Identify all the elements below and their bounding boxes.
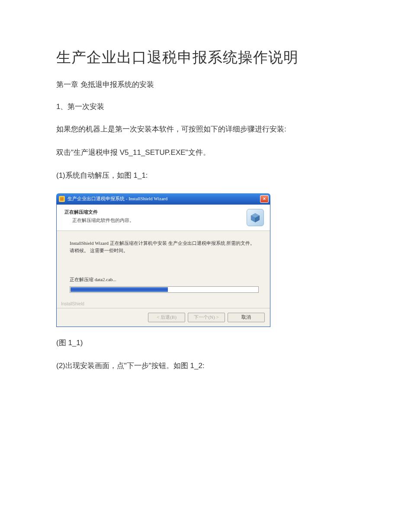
box-icon bbox=[247, 209, 264, 226]
header-subtitle: 正在解压缩此软件包的内容。 bbox=[72, 217, 242, 224]
paragraph-file: 双击"生产退税申报 V5_11_SETUP.EXE"文件。 bbox=[56, 147, 359, 158]
titlebar[interactable]: 生产企业出口退税申报系统 - InstallShield Wizard × bbox=[56, 193, 270, 205]
dialog-header: 正在解压缩文件 正在解压缩此软件包的内容。 bbox=[57, 205, 270, 231]
dialog-body: 正在解压缩文件 正在解压缩此软件包的内容。 InstallShield Wiza… bbox=[56, 205, 270, 327]
cancel-button[interactable]: 取消 bbox=[228, 313, 265, 322]
brand-label: InstallShield bbox=[57, 301, 270, 308]
figure-label: (图 1_1) bbox=[56, 337, 359, 349]
section-heading: 1、第一次安装 bbox=[56, 102, 359, 112]
progress-fill bbox=[71, 287, 168, 292]
header-title: 正在解压缩文件 bbox=[64, 209, 242, 215]
installer-dialog: 生产企业出口退税申报系统 - InstallShield Wizard × 正在… bbox=[56, 193, 270, 327]
close-icon[interactable]: × bbox=[260, 195, 269, 203]
status-text: 正在解压缩 data2.cab... bbox=[70, 276, 259, 283]
progress-bar bbox=[70, 286, 259, 293]
app-icon bbox=[59, 196, 65, 202]
install-message: InstallShield Wizard 正在解压缩在计算机中安装 生产企业出口… bbox=[70, 240, 259, 255]
button-row: < 后退(B) 下一个(N) > 取消 bbox=[57, 308, 270, 327]
dialog-content: InstallShield Wizard 正在解压缩在计算机中安装 生产企业出口… bbox=[57, 231, 270, 301]
chapter-heading: 第一章 免抵退申报系统的安装 bbox=[56, 80, 359, 90]
step-2-text: (2)出现安装画面，点"下一步"按钮。如图 1_2: bbox=[56, 360, 359, 372]
back-button: < 后退(B) bbox=[148, 313, 185, 322]
paragraph-intro: 如果您的机器上是第一次安装本软件，可按照如下的详细步骤进行安装: bbox=[56, 124, 359, 135]
titlebar-text: 生产企业出口退税申报系统 - InstallShield Wizard bbox=[67, 195, 260, 202]
document-title: 生产企业出口退税申报系统操作说明 bbox=[56, 48, 359, 67]
step-1-text: (1)系统自动解压，如图 1_1: bbox=[56, 170, 359, 181]
next-button: 下一个(N) > bbox=[188, 313, 225, 322]
